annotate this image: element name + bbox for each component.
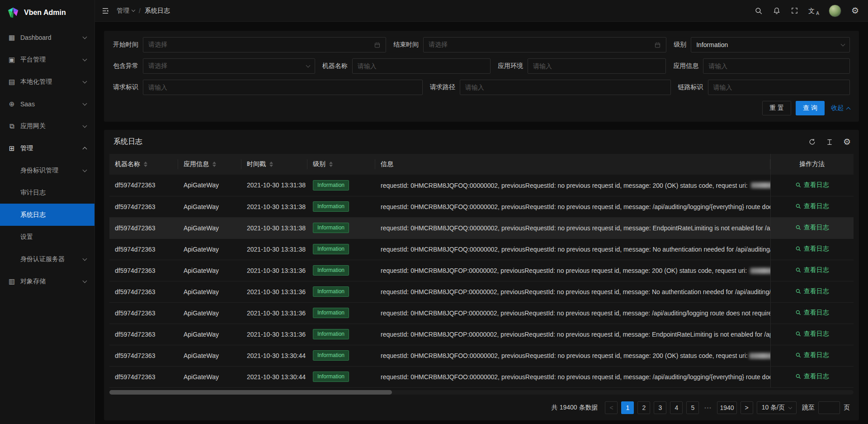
view-log-link[interactable]: 查看日志	[795, 372, 829, 381]
page-button-3[interactable]: 3	[654, 401, 666, 414]
table-row[interactable]: df5974d72363 ApiGateWay 2021-10-30 13:31…	[109, 281, 854, 302]
sort-icon[interactable]	[269, 162, 273, 167]
breadcrumb-root[interactable]: 管理	[117, 7, 135, 15]
sidebar-item-saas[interactable]: ⊕ Saas	[0, 93, 94, 115]
breadcrumb-current: 系统日志	[145, 7, 170, 15]
sidebar-item-localization[interactable]: ▤ 本地化管理	[0, 71, 94, 93]
fullscreen-icon[interactable]	[791, 7, 798, 14]
sidebar-item-storage[interactable]: ▥ 对象存储	[0, 270, 94, 292]
sidebar-subitem[interactable]: 审计日志	[0, 181, 94, 204]
logo[interactable]: Vben Admin	[0, 0, 94, 25]
end-time-datepicker[interactable]: 请选择	[423, 37, 666, 52]
calendar-icon	[374, 42, 381, 48]
start-time-datepicker[interactable]: 请选择	[143, 37, 386, 52]
table-row[interactable]: df5974d72363 ApiGateWay 2021-10-30 13:30…	[109, 366, 854, 387]
prev-page-button[interactable]: <	[605, 401, 618, 414]
search-icon[interactable]	[755, 7, 763, 15]
app-info-input[interactable]	[703, 58, 850, 74]
jump-page-input[interactable]	[818, 401, 840, 414]
level-select[interactable]: Information	[691, 37, 850, 52]
sidebar-item-manage[interactable]: ⊞ 管理	[0, 137, 94, 159]
view-log-link[interactable]: 查看日志	[795, 351, 829, 359]
sort-icon[interactable]	[144, 162, 147, 167]
view-log-link[interactable]: 查看日志	[795, 202, 829, 210]
view-log-link[interactable]: 查看日志	[795, 287, 829, 295]
has-exception-select[interactable]: 请选择	[143, 58, 315, 74]
menu-fold-icon[interactable]	[101, 7, 109, 15]
reset-button[interactable]: 重 置	[762, 101, 791, 115]
scrollbar-thumb[interactable]	[109, 390, 392, 395]
content: 开始时间 请选择 结束时间 请选择	[95, 22, 868, 424]
sidebar-subitem[interactable]: 设置	[0, 226, 94, 248]
page-button-4[interactable]: 4	[670, 401, 683, 414]
table-row[interactable]: df5974d72363 ApiGateWay 2021-10-30 13:31…	[109, 324, 854, 345]
sidebar-item-dashboard[interactable]: ▦ Dashboard	[0, 26, 94, 48]
dashboard-icon: ▦	[7, 33, 16, 42]
level-badge: Information	[313, 329, 349, 339]
sort-icon[interactable]	[329, 162, 333, 167]
text-height-icon[interactable]	[826, 138, 833, 146]
next-page-button[interactable]: >	[741, 401, 753, 414]
vben-logo-icon	[6, 6, 20, 19]
machine-name-input[interactable]	[352, 58, 491, 74]
chevron-down-icon	[83, 278, 87, 283]
view-log-link[interactable]: 查看日志	[795, 266, 829, 274]
app-root: Vben Admin ▦ Dashboard ▣ 平台管理 ▤ 本地化管理 ⊕ …	[0, 0, 868, 424]
column-header-level[interactable]: 级别	[307, 154, 375, 175]
breadcrumb: 管理 / 系统日志	[117, 7, 170, 15]
request-path-input[interactable]	[460, 80, 671, 95]
machine-name-label: 机器名称	[322, 62, 348, 70]
environment-input[interactable]	[528, 58, 666, 74]
sidebar-subitem[interactable]: 系统日志	[0, 204, 94, 226]
language-icon[interactable]: 文A	[808, 8, 819, 14]
view-log-link[interactable]: 查看日志	[795, 309, 829, 317]
query-button[interactable]: 查 询	[796, 101, 825, 115]
horizontal-scrollbar	[109, 390, 854, 395]
table-row[interactable]: df5974d72363 ApiGateWay 2021-10-30 13:31…	[109, 175, 854, 196]
table-row[interactable]: df5974d72363 ApiGateWay 2021-10-30 13:31…	[109, 217, 854, 238]
view-log-link[interactable]: 查看日志	[795, 245, 829, 253]
sidebar-subitem[interactable]: 身份认证服务器	[0, 248, 94, 270]
bell-icon[interactable]	[773, 7, 781, 15]
manage-icon: ⊞	[7, 144, 16, 152]
chevron-up-icon	[846, 107, 851, 111]
end-time-label: 结束时间	[393, 41, 419, 49]
sidebar-item-platform[interactable]: ▣ 平台管理	[0, 48, 94, 71]
trace-id-input[interactable]	[708, 80, 850, 95]
sidebar-item-gateway[interactable]: ⧉ 应用网关	[0, 115, 94, 137]
table-row[interactable]: df5974d72363 ApiGateWay 2021-10-30 13:30…	[109, 345, 854, 366]
localization-icon: ▤	[7, 78, 16, 86]
view-log-link[interactable]: 查看日志	[795, 224, 829, 232]
magnifier-icon	[795, 203, 802, 210]
has-exception-label: 包含异常	[113, 62, 138, 70]
column-header-timestamp[interactable]: 时间戳	[241, 154, 307, 175]
page-button-1[interactable]: 1	[621, 401, 634, 414]
page-button-5[interactable]: 5	[686, 401, 699, 414]
view-log-link[interactable]: 查看日志	[795, 330, 829, 338]
table-toolbar: ⚙	[808, 138, 851, 146]
sort-icon[interactable]	[212, 162, 216, 167]
column-header-message: 信息	[375, 154, 770, 175]
table-row[interactable]: df5974d72363 ApiGateWay 2021-10-30 13:31…	[109, 302, 854, 324]
request-id-input[interactable]	[143, 80, 423, 95]
view-log-link[interactable]: 查看日志	[795, 181, 829, 189]
column-settings-gear-icon[interactable]: ⚙	[843, 138, 851, 146]
pagination-pages: <12345•••1940>	[605, 401, 753, 414]
column-header-app[interactable]: 应用信息	[178, 154, 241, 175]
settings-gear-icon[interactable]: ⚙	[851, 6, 859, 15]
table-row[interactable]: df5974d72363 ApiGateWay 2021-10-30 13:31…	[109, 260, 854, 281]
page-button-2[interactable]: 2	[637, 401, 650, 414]
page-jumper: 跳至 页	[802, 401, 850, 414]
page-button-1940[interactable]: 1940	[717, 401, 736, 414]
topbar-actions: 文A ⚙	[755, 5, 859, 17]
table-row[interactable]: df5974d72363 ApiGateWay 2021-10-30 13:31…	[109, 238, 854, 260]
filter-level: 级别 Information	[674, 37, 850, 52]
column-header-machine[interactable]: 机器名称	[109, 154, 178, 175]
refresh-icon[interactable]	[808, 138, 816, 146]
sidebar-subitem[interactable]: 身份标识管理	[0, 159, 94, 181]
filter-actions: 重 置 查 询 收起	[113, 101, 850, 115]
page-size-select[interactable]: 10 条/页	[757, 401, 797, 414]
collapse-link[interactable]: 收起	[831, 104, 850, 112]
table-row[interactable]: df5974d72363 ApiGateWay 2021-10-30 13:31…	[109, 196, 854, 217]
avatar[interactable]	[829, 5, 841, 17]
